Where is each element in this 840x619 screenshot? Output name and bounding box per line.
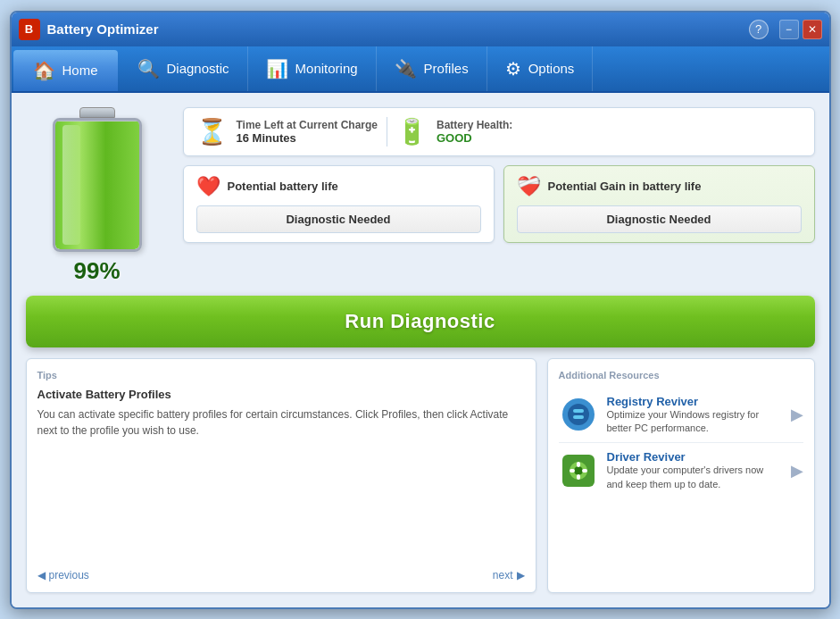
- svg-point-1: [568, 404, 589, 425]
- potential-gain-header: ❤️‍🩹 Potential Gain in battery life: [517, 175, 802, 198]
- heart-icon: ❤️: [196, 175, 220, 198]
- registry-reviver-icon: [559, 395, 598, 434]
- driver-reviver-icon: [559, 451, 598, 490]
- main-content: 99% ⏳ Time Left at Current Charge 16 Min…: [12, 93, 829, 607]
- battery-percent: 99%: [73, 257, 120, 285]
- nav-item-profiles[interactable]: 🔌 Profiles: [377, 46, 487, 91]
- tip-title: Activate Battery Profiles: [37, 388, 525, 401]
- svg-rect-8: [577, 474, 580, 480]
- info-row-top: ⏳ Time Left at Current Charge 16 Minutes…: [183, 107, 815, 156]
- svg-rect-10: [582, 469, 587, 473]
- nav-item-options[interactable]: ⚙ Options: [487, 46, 594, 91]
- registry-reviver-info: Registry Reviver Optimize your Windows r…: [607, 395, 782, 436]
- top-section: 99% ⏳ Time Left at Current Charge 16 Min…: [26, 107, 815, 285]
- prev-label: previous: [49, 569, 89, 581]
- help-button[interactable]: ?: [749, 20, 769, 39]
- profiles-icon: 🔌: [395, 58, 417, 79]
- driver-reviver-name: Driver Reviver: [607, 450, 782, 464]
- prev-arrow-icon: ◀: [37, 569, 46, 581]
- card-divider: [387, 117, 387, 146]
- nav-item-home[interactable]: 🏠 Home: [13, 50, 118, 91]
- heart-plus-icon: ❤️‍🩹: [517, 175, 541, 198]
- options-icon: ⚙: [505, 58, 521, 79]
- home-icon: 🏠: [33, 60, 55, 81]
- potential-gain-title: Potential Gain in battery life: [548, 180, 702, 193]
- nav-label-profiles: Profiles: [424, 61, 469, 76]
- nav-label-monitoring: Monitoring: [295, 61, 358, 76]
- next-button[interactable]: next ▶: [493, 569, 525, 581]
- tips-panel: Tips Activate Battery Profiles You can a…: [26, 358, 536, 593]
- svg-rect-3: [573, 415, 584, 419]
- app-title: Battery Optimizer: [47, 21, 159, 37]
- nav-item-diagnostic[interactable]: 🔍 Diagnostic: [120, 46, 248, 91]
- svg-point-6: [574, 466, 583, 475]
- panel-nav: ◀ previous next ▶: [37, 560, 525, 581]
- time-value: 16 Minutes: [237, 131, 378, 145]
- svg-rect-9: [570, 469, 575, 473]
- potential-gain-card: ❤️‍🩹 Potential Gain in battery life Diag…: [503, 165, 815, 243]
- battery-body: [53, 118, 142, 252]
- diagnostic-needed-btn-1[interactable]: Diagnostic Needed: [196, 205, 481, 233]
- close-button[interactable]: ✕: [803, 20, 822, 39]
- info-panels: ⏳ Time Left at Current Charge 16 Minutes…: [183, 107, 815, 285]
- nav-label-diagnostic: Diagnostic: [167, 61, 229, 76]
- tips-section-label: Tips: [37, 370, 525, 381]
- title-bar: B Battery Optimizer ? − ✕: [12, 13, 829, 46]
- diagnostic-icon: 🔍: [137, 58, 160, 79]
- hourglass-icon: ⏳: [196, 117, 228, 146]
- next-label: next: [493, 569, 513, 581]
- next-arrow-icon: ▶: [517, 569, 525, 581]
- nav-item-monitoring[interactable]: 📊 Monitoring: [248, 46, 377, 91]
- time-label: Time Left at Current Charge: [237, 119, 378, 131]
- registry-arrow-icon: ▶: [791, 405, 803, 424]
- registry-reviver-desc: Optimize your Windows registry for bette…: [607, 408, 782, 436]
- diagnostic-needed-btn-2[interactable]: Diagnostic Needed: [517, 205, 802, 233]
- battery-container: 99%: [26, 107, 169, 285]
- svg-rect-2: [573, 409, 584, 413]
- resources-section-label: Additional Resources: [559, 370, 803, 381]
- resource-item-registry[interactable]: Registry Reviver Optimize your Windows r…: [559, 388, 803, 444]
- battery-shine: [62, 125, 80, 245]
- potential-life-header: ❤️ Potential battery life: [196, 175, 481, 198]
- previous-button[interactable]: ◀ previous: [37, 569, 89, 581]
- nav-label-home: Home: [62, 63, 98, 78]
- bottom-section: Tips Activate Battery Profiles You can a…: [26, 358, 815, 593]
- potential-life-card: ❤️ Potential battery life Diagnostic Nee…: [183, 165, 495, 243]
- title-left: B Battery Optimizer: [19, 19, 159, 40]
- tip-text: You can activate specific battery profil…: [37, 406, 525, 439]
- run-diagnostic-button[interactable]: Run Diagnostic: [26, 296, 815, 347]
- nav-label-options: Options: [528, 61, 575, 76]
- time-info: Time Left at Current Charge 16 Minutes: [237, 119, 378, 145]
- time-card: ⏳ Time Left at Current Charge 16 Minutes…: [183, 107, 815, 156]
- registry-reviver-name: Registry Reviver: [607, 395, 782, 408]
- battery-visual: [53, 107, 142, 250]
- app-icon: B: [19, 19, 40, 40]
- health-value: GOOD: [437, 131, 512, 145]
- driver-reviver-desc: Update your computer's drivers now and k…: [607, 464, 782, 491]
- svg-rect-7: [577, 462, 580, 467]
- resource-item-driver[interactable]: Driver Reviver Update your computer's dr…: [559, 443, 803, 498]
- battery-cap: [79, 107, 115, 118]
- app-window: B Battery Optimizer ? − ✕ 🏠 Home 🔍 Diagn…: [10, 11, 831, 609]
- info-row-bottom: ❤️ Potential battery life Diagnostic Nee…: [183, 165, 815, 243]
- driver-reviver-info: Driver Reviver Update your computer's dr…: [607, 450, 782, 491]
- resources-panel: Additional Resources Registry Reviver Op…: [547, 358, 815, 593]
- title-controls: ? − ✕: [749, 20, 822, 39]
- monitoring-icon: 📊: [266, 58, 288, 79]
- nav-bar: 🏠 Home 🔍 Diagnostic 📊 Monitoring 🔌 Profi…: [12, 46, 829, 93]
- driver-arrow-icon: ▶: [791, 461, 803, 481]
- potential-life-title: Potential battery life: [228, 180, 338, 193]
- health-info: Battery Health: GOOD: [437, 119, 512, 145]
- battery-health-icon: 🔋: [396, 117, 428, 146]
- health-label: Battery Health:: [437, 119, 512, 131]
- minimize-button[interactable]: −: [779, 20, 799, 39]
